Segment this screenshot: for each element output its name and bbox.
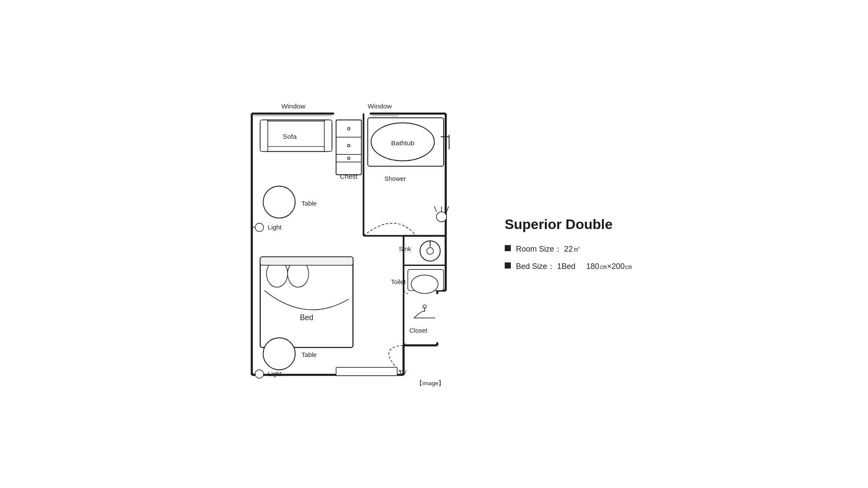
bathtub-label: Bathtub bbox=[391, 139, 414, 146]
svg-point-34 bbox=[436, 212, 446, 222]
svg-point-45 bbox=[263, 337, 295, 370]
bed-size-text: Bed Size： 1Bed 180㎝×200㎝ bbox=[516, 261, 633, 272]
table-top-label: Table bbox=[301, 200, 316, 206]
window-label-right: Window bbox=[368, 102, 392, 110]
svg-point-46 bbox=[255, 370, 263, 378]
info-panel: Superior Double Room Size： 22㎡ Bed Size：… bbox=[505, 216, 633, 272]
floor-plan: Window Window bbox=[236, 97, 479, 392]
room-size-icon bbox=[505, 245, 511, 251]
light-top-label: Light bbox=[268, 224, 282, 231]
sofa-label: Sofa bbox=[283, 133, 296, 140]
svg-line-37 bbox=[434, 206, 436, 212]
bed-size-icon bbox=[505, 262, 511, 269]
room-size-label: Room Size： bbox=[516, 245, 562, 253]
svg-rect-44 bbox=[260, 257, 353, 265]
shower-label: Shower bbox=[384, 175, 406, 182]
toilet-label: Toilet bbox=[391, 278, 405, 285]
image-note: 【image】 bbox=[416, 380, 444, 386]
svg-rect-22 bbox=[324, 120, 332, 151]
svg-point-54 bbox=[411, 275, 438, 293]
svg-rect-23 bbox=[336, 120, 361, 174]
svg-rect-48 bbox=[336, 367, 397, 375]
room-size-text: Room Size： 22㎡ bbox=[516, 244, 581, 254]
bed-size-detail: Bed Size： 1Bed 180㎝×200㎝ bbox=[505, 261, 633, 272]
sink-label: Sink bbox=[399, 245, 411, 252]
chest-label: Chest bbox=[340, 173, 358, 180]
window-label-left: Window bbox=[281, 102, 306, 110]
room-size-detail: Room Size： 22㎡ bbox=[505, 244, 633, 254]
room-title: Superior Double bbox=[505, 216, 633, 233]
tv-label: TV bbox=[398, 369, 407, 376]
svg-rect-21 bbox=[260, 120, 267, 151]
bed-size-value1: 1Bed bbox=[557, 262, 575, 271]
bed-size-label: Bed Size： bbox=[516, 262, 555, 271]
room-size-value: 22㎡ bbox=[564, 245, 581, 253]
closet-label: Closet bbox=[409, 327, 427, 334]
svg-point-51 bbox=[427, 247, 434, 254]
svg-point-38 bbox=[263, 186, 295, 218]
bed-label: Bed bbox=[300, 313, 313, 321]
bed-size-value2: 180㎝×200㎝ bbox=[586, 262, 633, 271]
light-bottom-label: Light bbox=[268, 370, 282, 377]
svg-point-39 bbox=[255, 223, 263, 231]
table-bottom-label: Table bbox=[301, 351, 316, 358]
main-container: Window Window bbox=[236, 97, 633, 392]
svg-line-36 bbox=[447, 206, 449, 212]
